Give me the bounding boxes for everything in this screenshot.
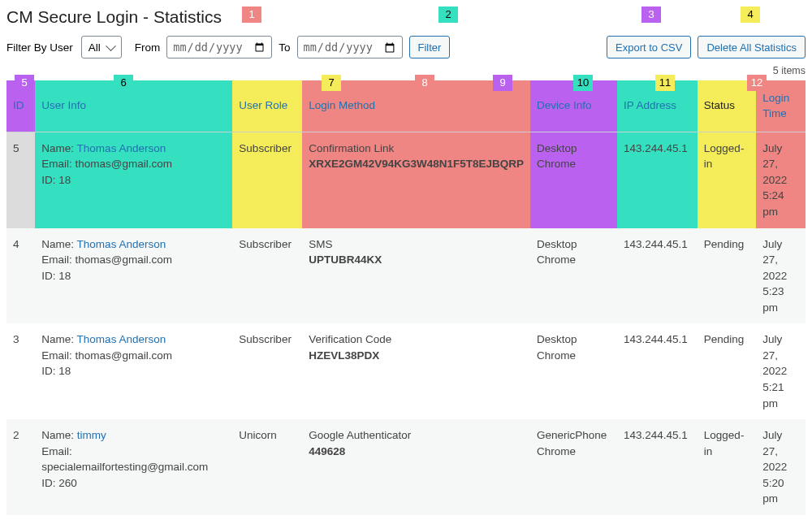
filter-user-select[interactable]: All xyxy=(81,36,122,58)
user-email: Email: thomas@gmail.com xyxy=(41,349,172,362)
filter-user-select-wrap: All xyxy=(81,36,122,58)
cell-status: Logged-in xyxy=(698,419,756,515)
login-method-label: Verification Code xyxy=(309,333,391,345)
callout-3: 3 xyxy=(641,6,661,23)
cell-device: GenericPhone Chrome xyxy=(530,419,617,515)
cell-device: Desktop Chrome xyxy=(530,323,617,419)
login-clock: 5:23 pm xyxy=(762,285,784,314)
cell-status: Pending xyxy=(698,228,756,324)
cell-time: July 27, 20225:23 pm xyxy=(756,228,806,324)
cell-login: SMSUPTUBR44KX xyxy=(302,228,530,324)
login-method-code: 449628 xyxy=(309,445,345,457)
cell-ip: 143.244.45.1 xyxy=(617,515,698,520)
filter-user-label: Filter By User xyxy=(6,40,75,56)
user-name-prefix: Name: xyxy=(41,333,76,345)
table-row: 1Name: timmyEmail: specialemailfortestin… xyxy=(6,515,806,520)
cell-user: Name: Thomas AndersonEmail: thomas@gmail… xyxy=(35,228,232,324)
cell-status: Logged-in xyxy=(698,515,756,520)
user-email: Email: thomas@gmail.com xyxy=(41,158,172,170)
cell-login: Verification CodeHZEVL38PDX xyxy=(302,323,530,419)
cell-id: 2 xyxy=(6,419,35,515)
from-date-input[interactable] xyxy=(166,36,272,58)
callout-4: 4 xyxy=(741,6,760,23)
callout-1: 1 xyxy=(242,6,261,23)
callout-7: 7 xyxy=(322,75,341,91)
callout-12: 12 xyxy=(747,75,767,91)
cell-user: Name: Thomas AndersonEmail: thomas@gmail… xyxy=(35,132,232,228)
cell-id: 1 xyxy=(6,515,35,520)
cell-time: July 27, 20225:24 pm xyxy=(756,132,806,228)
user-name-prefix: Name: xyxy=(41,142,76,154)
login-method-label: SMS xyxy=(309,238,332,250)
page-title: CM Secure Login - Statistics xyxy=(6,5,806,29)
cell-role: Unicorn xyxy=(232,419,302,515)
cell-device: Desktop Chrome xyxy=(530,515,617,520)
cell-role: Subscriber xyxy=(232,228,302,324)
from-label: From xyxy=(135,40,161,56)
cell-time: July 27, 20225:21 pm xyxy=(756,323,806,419)
callout-5: 5 xyxy=(15,75,34,91)
col-user-header[interactable]: User Info xyxy=(35,80,232,132)
cell-user: Name: timmyEmail: specialemailfortesting… xyxy=(35,419,232,515)
user-name-prefix: Name: xyxy=(41,429,77,441)
cell-role: Subscriber xyxy=(232,323,302,419)
user-name-prefix: Name: xyxy=(41,238,76,250)
login-method-code: UPTUBR44KX xyxy=(309,254,382,266)
cell-time: July 27, 20225:20 pm xyxy=(756,419,806,515)
cell-status: Logged-in xyxy=(698,132,756,228)
delete-all-button[interactable]: Delete All Statistics xyxy=(698,36,806,58)
user-name-link[interactable]: Thomas Anderson xyxy=(77,238,166,250)
cell-device: Desktop Chrome xyxy=(530,228,617,324)
login-clock: 5:20 pm xyxy=(762,477,784,505)
login-method-code: XRXE2GM42V94KG3W48N1F5T8EJBQRP xyxy=(309,158,524,170)
user-name-link[interactable]: Thomas Anderson xyxy=(77,142,166,154)
login-date: July 27, 2022 xyxy=(762,142,787,186)
cell-user: Name: timmyEmail: specialemailfortesting… xyxy=(35,515,232,520)
login-method-label: Confirmation Link xyxy=(309,142,394,154)
cell-user: Name: Thomas AndersonEmail: thomas@gmail… xyxy=(35,323,232,419)
callout-9: 9 xyxy=(493,75,512,91)
cell-login: Google Authenticator449628 xyxy=(302,419,530,515)
user-id: ID: 18 xyxy=(41,174,71,186)
col-role-header[interactable]: User Role xyxy=(232,80,302,132)
login-date: July 27, 2022 xyxy=(762,238,787,282)
callout-11: 11 xyxy=(655,75,675,91)
user-name-link[interactable]: Thomas Anderson xyxy=(77,333,166,345)
user-id: ID: 18 xyxy=(41,270,71,282)
login-date: July 27, 2022 xyxy=(762,333,787,377)
cell-status: Pending xyxy=(698,323,756,419)
cell-id: 5 xyxy=(6,132,35,228)
cell-id: 4 xyxy=(6,228,35,324)
cell-ip: 143.244.45.1 xyxy=(617,323,698,419)
user-id: ID: 18 xyxy=(41,365,71,377)
callout-8: 8 xyxy=(415,75,434,91)
cell-ip: 143.244.45.1 xyxy=(617,419,698,515)
login-clock: 5:21 pm xyxy=(762,381,784,410)
login-method-code: HZEVL38PDX xyxy=(309,349,379,362)
to-date-input[interactable] xyxy=(297,36,403,58)
table-row: 4Name: Thomas AndersonEmail: thomas@gmai… xyxy=(6,228,806,324)
to-label: To xyxy=(279,40,290,56)
cell-id: 3 xyxy=(6,323,35,419)
cell-device: Desktop Chrome xyxy=(530,132,617,228)
login-clock: 5:24 pm xyxy=(762,189,784,218)
cell-time: July 27, 20225:18 pm xyxy=(756,515,806,520)
login-date: July 27, 2022 xyxy=(762,429,787,473)
table-row: 5Name: Thomas AndersonEmail: thomas@gmai… xyxy=(6,132,806,228)
user-name-link[interactable]: timmy xyxy=(77,429,106,441)
table-row: 3Name: Thomas AndersonEmail: thomas@gmai… xyxy=(6,323,806,419)
export-csv-button[interactable]: Export to CSV xyxy=(607,36,691,58)
cell-role: Unicorn xyxy=(232,515,302,520)
cell-login: Confirmation LinkXRXE2GM42V94KG3W48N1F5T… xyxy=(302,132,530,228)
login-method-label: Google Authenticator xyxy=(309,429,411,441)
filter-bar: Filter By User All From To Filter Export… xyxy=(6,36,806,58)
callout-10: 10 xyxy=(573,75,593,91)
user-email: Email: thomas@gmail.com xyxy=(41,254,172,266)
callout-2: 2 xyxy=(438,6,458,23)
stats-table: ID User Info User Role Login Method Devi… xyxy=(6,80,806,520)
cell-role: Subscriber xyxy=(232,132,302,228)
user-email: Email: specialemailfortesting@gmail.com xyxy=(41,445,208,474)
cell-ip: 143.244.45.1 xyxy=(617,132,698,228)
filter-button[interactable]: Filter xyxy=(409,36,451,58)
user-id: ID: 260 xyxy=(41,477,77,489)
